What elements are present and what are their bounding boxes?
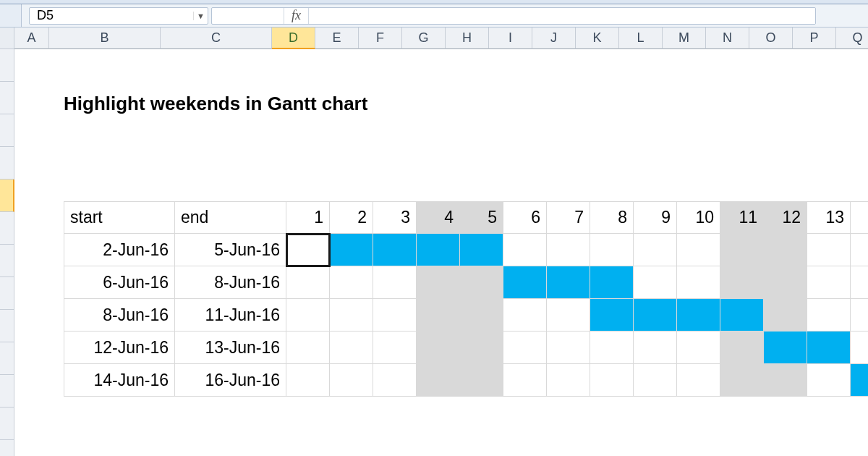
column-header-E[interactable]: E xyxy=(315,28,359,49)
column-header-K[interactable]: K xyxy=(576,28,619,49)
gantt-cell[interactable] xyxy=(460,332,503,364)
row-header-10[interactable] xyxy=(0,342,14,375)
gantt-cell[interactable] xyxy=(417,332,460,364)
gantt-cell[interactable] xyxy=(764,364,807,397)
gantt-cell[interactable] xyxy=(807,332,851,364)
cell-end[interactable]: 8-Jun-16 xyxy=(175,266,286,299)
gantt-cell[interactable] xyxy=(590,364,634,397)
gantt-cell[interactable] xyxy=(764,332,807,364)
cell-start[interactable]: 6-Jun-16 xyxy=(64,266,175,299)
gantt-cell[interactable] xyxy=(373,332,417,364)
column-header-L[interactable]: L xyxy=(619,28,663,49)
row-header-11[interactable] xyxy=(0,375,14,408)
column-header-Q[interactable]: Q xyxy=(836,28,868,49)
gantt-cell[interactable] xyxy=(286,364,330,397)
gantt-cell[interactable] xyxy=(807,299,851,332)
gantt-cell[interactable] xyxy=(720,266,764,299)
formula-input[interactable] xyxy=(309,8,815,24)
column-header-B[interactable]: B xyxy=(49,28,161,49)
gantt-cell[interactable] xyxy=(460,266,503,299)
gantt-cell[interactable] xyxy=(677,332,720,364)
cell-start[interactable]: 8-Jun-16 xyxy=(64,299,175,332)
cell-start[interactable]: 14-Jun-16 xyxy=(64,364,175,397)
cell-end[interactable]: 16-Jun-16 xyxy=(175,364,286,397)
gantt-cell[interactable] xyxy=(286,332,330,364)
gantt-cell[interactable] xyxy=(634,364,677,397)
column-header-I[interactable]: I xyxy=(489,28,532,49)
gantt-cell[interactable] xyxy=(851,299,868,332)
cell-end[interactable]: 5-Jun-16 xyxy=(175,234,286,266)
gantt-cell[interactable] xyxy=(720,234,764,266)
gantt-cell[interactable] xyxy=(330,299,373,332)
gantt-cell[interactable] xyxy=(503,299,547,332)
name-box[interactable]: D5 ▼ xyxy=(29,7,208,25)
gantt-cell[interactable] xyxy=(460,364,503,397)
gantt-cell[interactable] xyxy=(634,266,677,299)
column-header-G[interactable]: G xyxy=(402,28,446,49)
gantt-cell[interactable] xyxy=(373,266,417,299)
gantt-cell[interactable] xyxy=(417,266,460,299)
row-header-7[interactable] xyxy=(0,245,14,277)
gantt-cell[interactable] xyxy=(677,299,720,332)
gantt-cell[interactable] xyxy=(677,364,720,397)
gantt-cell[interactable] xyxy=(677,266,720,299)
active-cell[interactable] xyxy=(286,234,330,266)
gantt-cell[interactable] xyxy=(764,299,807,332)
cell-end[interactable]: 13-Jun-16 xyxy=(175,332,286,364)
gantt-cell[interactable] xyxy=(851,234,868,266)
gantt-cell[interactable] xyxy=(286,299,330,332)
gantt-cell[interactable] xyxy=(590,332,634,364)
gantt-cell[interactable] xyxy=(720,332,764,364)
column-header-M[interactable]: M xyxy=(663,28,706,49)
column-header-D[interactable]: D xyxy=(272,28,315,49)
gantt-cell[interactable] xyxy=(807,266,851,299)
row-header-8[interactable] xyxy=(0,277,14,310)
gantt-cell[interactable] xyxy=(764,234,807,266)
row-header-9[interactable] xyxy=(0,310,14,342)
row-header-1[interactable] xyxy=(0,49,14,82)
gantt-cell[interactable] xyxy=(677,234,720,266)
gantt-cell[interactable] xyxy=(720,299,764,332)
gantt-cell[interactable] xyxy=(330,332,373,364)
row-header-5[interactable] xyxy=(0,180,14,212)
gantt-cell[interactable] xyxy=(286,266,330,299)
gantt-cell[interactable] xyxy=(373,364,417,397)
column-header-O[interactable]: O xyxy=(749,28,793,49)
gantt-cell[interactable] xyxy=(460,299,503,332)
gantt-cell[interactable] xyxy=(547,299,590,332)
gantt-cell[interactable] xyxy=(851,364,868,397)
fx-icon[interactable]: fx xyxy=(284,8,309,24)
column-header-A[interactable]: A xyxy=(14,28,49,49)
gantt-cell[interactable] xyxy=(373,234,417,266)
gantt-cell[interactable] xyxy=(851,266,868,299)
gantt-cell[interactable] xyxy=(503,364,547,397)
column-header-P[interactable]: P xyxy=(793,28,836,49)
row-header-2[interactable] xyxy=(0,82,14,114)
gantt-cell[interactable] xyxy=(720,364,764,397)
select-all-corner[interactable] xyxy=(0,28,14,49)
gantt-cell[interactable] xyxy=(547,234,590,266)
gantt-cell[interactable] xyxy=(460,234,503,266)
gantt-cell[interactable] xyxy=(634,299,677,332)
row-header-3[interactable] xyxy=(0,114,14,147)
column-header-C[interactable]: C xyxy=(161,28,272,49)
row-header-13[interactable] xyxy=(0,440,14,456)
gantt-cell[interactable] xyxy=(547,332,590,364)
cell-start[interactable]: 2-Jun-16 xyxy=(64,234,175,266)
gantt-cell[interactable] xyxy=(417,234,460,266)
name-box-dropdown-icon[interactable]: ▼ xyxy=(193,12,208,20)
gantt-cell[interactable] xyxy=(503,234,547,266)
gantt-cell[interactable] xyxy=(373,299,417,332)
gantt-cell[interactable] xyxy=(330,234,373,266)
gantt-cell[interactable] xyxy=(851,332,868,364)
gantt-cell[interactable] xyxy=(330,266,373,299)
row-header-12[interactable] xyxy=(0,408,14,440)
row-header-6[interactable] xyxy=(0,212,14,245)
column-header-N[interactable]: N xyxy=(706,28,749,49)
cell-end[interactable]: 11-Jun-16 xyxy=(175,299,286,332)
gantt-cell[interactable] xyxy=(590,266,634,299)
gantt-cell[interactable] xyxy=(634,332,677,364)
gantt-cell[interactable] xyxy=(547,266,590,299)
gantt-cell[interactable] xyxy=(807,364,851,397)
gantt-cell[interactable] xyxy=(330,364,373,397)
